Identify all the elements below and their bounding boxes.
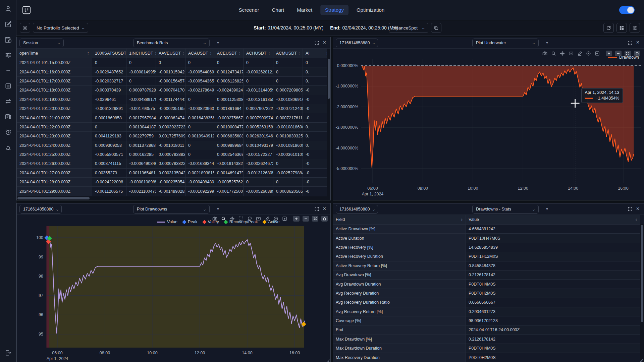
- logout-icon[interactable]: [4, 349, 12, 357]
- sliders-icon[interactable]: [630, 23, 640, 33]
- erase-icon[interactable]: [568, 51, 574, 56]
- table-row[interactable]: Max Drawdown DurationP0DT0H4M0S: [333, 344, 640, 353]
- filter-icon[interactable]: ▼: [545, 41, 549, 45]
- result-id-select[interactable]: 1716614858880⌄: [336, 205, 378, 214]
- refresh-icon[interactable]: [603, 23, 614, 33]
- filter-icon[interactable]: ▼: [216, 41, 220, 45]
- exchange-select[interactable]: binanceSpot⌄: [389, 23, 428, 33]
- zoom-in-button[interactable]: [293, 216, 300, 222]
- table-row[interactable]: 2024-04-01T01:28:00.000Z-0.0024222098-0.…: [17, 178, 327, 187]
- drawdowns-chart[interactable]: 100999897969506:0008:0010:0012:0014:0016…: [17, 224, 330, 362]
- table-row[interactable]: 2024-04-01T01:16:00.000Z-0.0029487652-0.…: [17, 67, 327, 76]
- expand-icon[interactable]: [628, 40, 633, 46]
- theme-toggle[interactable]: [619, 6, 635, 14]
- table-row[interactable]: Active Recovery Return [%]0.8458484378: [333, 261, 640, 270]
- column-header-1INCHUSDT[interactable]: 1INCHUSDT▲▼: [126, 49, 156, 58]
- layout-grid-icon[interactable]: [616, 23, 627, 33]
- portfolio-list-icon[interactable]: [20, 23, 30, 33]
- alarm-clock-icon[interactable]: [4, 128, 12, 136]
- column-header-ACEUSDT[interactable]: ACEUSDT▲▼: [214, 49, 244, 58]
- minus-icon[interactable]: [4, 66, 12, 74]
- edit-icon[interactable]: [4, 20, 12, 28]
- table-row[interactable]: 2024-04-01T01:21:00.000Z0.00018698580.00…: [17, 113, 327, 122]
- expand-icon[interactable]: [628, 206, 633, 212]
- sliders-icon[interactable]: [4, 51, 12, 59]
- underwater-chart[interactable]: 0.000000%-1.000000%-2.000000%-3.000000%-…: [333, 57, 644, 200]
- table-row[interactable]: 2024-04-01T01:18:00.000Z-0.0003704390.00…: [17, 86, 327, 95]
- table-row[interactable]: 2024-04-01T01:19:00.000Z-0.0296461-0.000…: [17, 95, 327, 104]
- column-header-ACAUSDT[interactable]: ACAUSDT▲▼: [185, 49, 214, 58]
- document-icon[interactable]: [4, 82, 12, 90]
- result-id-select[interactable]: 1716614858880⌄: [19, 205, 62, 214]
- table-row[interactable]: 2024-04-01T01:22:00.000Z00.00130441870.0…: [17, 123, 327, 132]
- box-plus-icon[interactable]: [594, 51, 600, 56]
- news-icon[interactable]: [4, 113, 12, 121]
- user-icon[interactable]: [4, 5, 12, 13]
- autoscale-button[interactable]: [312, 216, 318, 222]
- table-row[interactable]: Avg Recovery Return [%]0.2904631273: [333, 307, 640, 316]
- column-header-ACHUSDT[interactable]: ACHUSDT▲▼: [244, 49, 273, 58]
- close-icon[interactable]: ✕: [323, 40, 326, 45]
- column-header-Value[interactable]: Value▲▼: [466, 215, 640, 225]
- table-row[interactable]: Coverage [%]98.9361702128: [333, 316, 640, 325]
- zoom-out-button[interactable]: [303, 216, 309, 222]
- tab-optimization[interactable]: Optimization: [352, 5, 389, 15]
- close-icon[interactable]: ✕: [323, 206, 326, 211]
- expand-icon[interactable]: [314, 206, 320, 212]
- tab-strategy[interactable]: Strategy: [320, 5, 348, 15]
- table-row[interactable]: Max Recovery DurationP0DT0H2M0S: [333, 353, 640, 362]
- table-row[interactable]: Active Recovery DurationP0DT1H12M0S: [333, 252, 640, 261]
- table-row[interactable]: Active Drawdown [%]4.6664891242: [333, 225, 640, 234]
- column-header-ACMUSDT[interactable]: ACMUSDT▲▼: [273, 49, 303, 58]
- returns-hscrollbar[interactable]: [17, 196, 330, 200]
- tab-chart[interactable]: Chart: [267, 5, 289, 15]
- stats-vscrollbar[interactable]: [640, 224, 644, 362]
- table-row[interactable]: Avg Drawdown DurationP0DT0H4M0S: [333, 280, 640, 289]
- filter-icon[interactable]: ▼: [545, 207, 549, 211]
- calendar-clock-icon[interactable]: [4, 36, 12, 44]
- table-row[interactable]: Active Recovery [%]14.6285854839: [333, 243, 640, 252]
- plot-type-select[interactable]: Plot Underwater⌄: [472, 39, 539, 47]
- resize-handle[interactable]: [640, 358, 643, 361]
- table-row[interactable]: End2024-04-01T16:24:00.000Z: [333, 325, 640, 335]
- table-row[interactable]: 2024-04-01T01:20:00.000Z-0.0061326891-0.…: [17, 104, 327, 113]
- column-header-AI[interactable]: AI▲▼: [303, 49, 327, 58]
- camera-icon[interactable]: [542, 51, 548, 56]
- zoom-icon[interactable]: [551, 51, 556, 56]
- table-row[interactable]: 2024-04-01T01:24:00.000Z0.00093092530.00…: [17, 141, 327, 150]
- tab-screener[interactable]: Screener: [234, 5, 264, 15]
- table-row[interactable]: 2024-04-01T01:26:00.000Z0.0003741115-0.0…: [17, 159, 327, 168]
- table-row[interactable]: Active DurationP0DT10H47M0S: [333, 234, 640, 243]
- copy-icon[interactable]: [431, 23, 441, 33]
- table-row[interactable]: Avg Recovery Duration Ratio0.6666666667: [333, 298, 640, 307]
- column-header-Field[interactable]: Field▲▼: [333, 215, 466, 225]
- bell-icon[interactable]: [4, 143, 12, 152]
- pan-icon[interactable]: [559, 51, 565, 56]
- returns-vscrollbar[interactable]: [327, 49, 330, 196]
- result-id-select[interactable]: 1716614858880⌄: [336, 39, 378, 47]
- session-select[interactable]: Session⌄: [19, 39, 64, 47]
- filter-icon[interactable]: ▼: [216, 207, 220, 211]
- box-plus-icon[interactable]: [282, 216, 287, 222]
- draw-icon[interactable]: [577, 51, 583, 56]
- plot-type-select[interactable]: Benchmark Rets⌄: [133, 39, 210, 47]
- tab-market[interactable]: Market: [292, 5, 317, 15]
- resize-handle[interactable]: [326, 358, 330, 361]
- table-row[interactable]: 2024-04-01T01:25:00.000Z-0.00558035710.0…: [17, 150, 327, 159]
- close-icon[interactable]: ✕: [636, 40, 640, 45]
- table-row[interactable]: 2024-04-01T01:15:00.000Z00000000: [17, 58, 327, 67]
- table-row[interactable]: 2024-04-01T01:23:00.000Z0.00411291830.00…: [17, 132, 327, 141]
- table-row[interactable]: 2024-04-01T01:27:00.000Z0.003552730.0011…: [17, 169, 327, 178]
- expand-icon[interactable]: [314, 40, 320, 46]
- plot-type-select[interactable]: Plot Drawdowns⌄: [133, 205, 210, 214]
- table-row[interactable]: Max Drawdown [%]0.2126178142: [333, 335, 640, 344]
- portfolio-select[interactable]: No Portfolio Selected⌄: [33, 23, 88, 33]
- plot-type-select[interactable]: Drawdowns - Stats⌄: [472, 205, 539, 214]
- table-row[interactable]: Avg Drawdown [%]0.2126178142: [333, 270, 640, 280]
- zoom-in-circle-icon[interactable]: [586, 51, 591, 56]
- column-header-1000SATSUSDT[interactable]: 1000SATSUSDT▲▼: [92, 49, 126, 58]
- table-row[interactable]: 2024-04-01T01:29:00.000Z-0.0011206575-0.…: [17, 187, 327, 196]
- close-icon[interactable]: ✕: [636, 206, 640, 211]
- swap-icon[interactable]: [4, 97, 12, 105]
- table-row[interactable]: Avg Recovery DurationP0DT0H2M0S: [333, 289, 640, 298]
